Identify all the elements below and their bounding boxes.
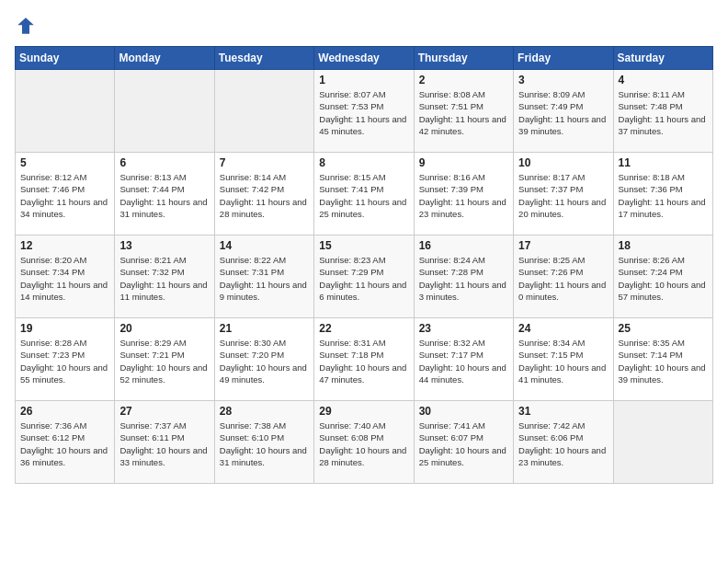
day-number: 16 [419, 239, 508, 252]
day-number: 12 [20, 239, 109, 252]
weekday-header: Tuesday [214, 47, 313, 70]
day-info: Sunrise: 7:38 AMSunset: 6:10 PMDaylight:… [220, 419, 309, 468]
day-info: Sunrise: 8:31 AMSunset: 7:18 PMDaylight:… [319, 337, 408, 385]
day-info: Sunrise: 8:25 AMSunset: 7:26 PMDaylight:… [518, 254, 608, 303]
calendar-cell: 18Sunrise: 8:26 AMSunset: 7:24 PMDayligh… [613, 236, 712, 318]
calendar-cell: 19Sunrise: 8:28 AMSunset: 7:23 PMDayligh… [16, 318, 115, 401]
calendar-cell [214, 70, 313, 153]
day-info: Sunrise: 8:23 AMSunset: 7:29 PMDaylight:… [319, 254, 408, 303]
day-number: 13 [119, 239, 209, 252]
svg-marker-0 [17, 17, 34, 34]
calendar-cell: 20Sunrise: 8:29 AMSunset: 7:21 PMDayligh… [115, 318, 214, 401]
day-info: Sunrise: 7:37 AMSunset: 6:11 PMDaylight:… [119, 419, 209, 468]
page-header [15, 15, 713, 37]
calendar-cell: 8Sunrise: 8:15 AMSunset: 7:41 PMDaylight… [314, 153, 414, 236]
calendar-cell: 16Sunrise: 8:24 AMSunset: 7:28 PMDayligh… [414, 236, 513, 318]
calendar-cell [16, 70, 115, 153]
day-info: Sunrise: 7:42 AMSunset: 6:06 PMDaylight:… [518, 419, 608, 468]
day-number: 2 [419, 74, 508, 86]
calendar-week-row: 19Sunrise: 8:28 AMSunset: 7:23 PMDayligh… [16, 318, 713, 401]
day-number: 15 [319, 239, 408, 252]
calendar-cell: 24Sunrise: 8:34 AMSunset: 7:15 PMDayligh… [514, 318, 613, 401]
day-number: 24 [518, 322, 608, 335]
day-info: Sunrise: 8:17 AMSunset: 7:37 PMDaylight:… [518, 171, 608, 220]
calendar-cell: 15Sunrise: 8:23 AMSunset: 7:29 PMDayligh… [314, 236, 414, 318]
weekday-header-row: SundayMondayTuesdayWednesdayThursdayFrid… [16, 47, 713, 70]
day-info: Sunrise: 8:29 AMSunset: 7:21 PMDaylight:… [119, 337, 209, 385]
weekday-header: Saturday [613, 47, 712, 70]
calendar-cell: 6Sunrise: 8:13 AMSunset: 7:44 PMDaylight… [115, 153, 214, 236]
day-number: 19 [20, 322, 109, 335]
weekday-header: Sunday [16, 47, 115, 70]
day-number: 18 [619, 239, 708, 252]
day-info: Sunrise: 8:21 AMSunset: 7:32 PMDaylight:… [119, 254, 209, 303]
day-info: Sunrise: 8:08 AMSunset: 7:51 PMDaylight:… [419, 88, 508, 137]
day-info: Sunrise: 8:24 AMSunset: 7:28 PMDaylight:… [419, 254, 508, 303]
calendar-cell [613, 401, 712, 484]
weekday-header: Friday [514, 47, 613, 70]
day-info: Sunrise: 7:36 AMSunset: 6:12 PMDaylight:… [20, 419, 109, 468]
day-info: Sunrise: 8:14 AMSunset: 7:42 PMDaylight:… [220, 171, 309, 220]
logo [15, 15, 40, 37]
day-info: Sunrise: 8:11 AMSunset: 7:48 PMDaylight:… [619, 88, 708, 137]
day-info: Sunrise: 8:07 AMSunset: 7:53 PMDaylight:… [319, 88, 408, 137]
calendar-week-row: 1Sunrise: 8:07 AMSunset: 7:53 PMDaylight… [16, 70, 713, 153]
day-number: 26 [20, 405, 109, 418]
day-info: Sunrise: 8:18 AMSunset: 7:36 PMDaylight:… [619, 171, 708, 220]
calendar-week-row: 12Sunrise: 8:20 AMSunset: 7:34 PMDayligh… [16, 236, 713, 318]
day-info: Sunrise: 8:20 AMSunset: 7:34 PMDaylight:… [20, 254, 109, 303]
day-number: 17 [518, 239, 608, 252]
day-info: Sunrise: 8:09 AMSunset: 7:49 PMDaylight:… [518, 88, 608, 137]
day-number: 28 [220, 405, 309, 418]
calendar-table: SundayMondayTuesdayWednesdayThursdayFrid… [15, 46, 713, 484]
day-info: Sunrise: 8:22 AMSunset: 7:31 PMDaylight:… [220, 254, 309, 303]
weekday-header: Wednesday [314, 47, 414, 70]
calendar-cell: 22Sunrise: 8:31 AMSunset: 7:18 PMDayligh… [314, 318, 414, 401]
day-number: 11 [619, 156, 708, 169]
calendar-cell: 1Sunrise: 8:07 AMSunset: 7:53 PMDaylight… [314, 70, 414, 153]
day-info: Sunrise: 8:28 AMSunset: 7:23 PMDaylight:… [20, 337, 109, 385]
day-number: 7 [220, 156, 309, 169]
day-info: Sunrise: 8:15 AMSunset: 7:41 PMDaylight:… [319, 171, 408, 220]
calendar-cell: 11Sunrise: 8:18 AMSunset: 7:36 PMDayligh… [613, 153, 712, 236]
calendar-cell: 27Sunrise: 7:37 AMSunset: 6:11 PMDayligh… [115, 401, 214, 484]
calendar-cell: 2Sunrise: 8:08 AMSunset: 7:51 PMDaylight… [414, 70, 513, 153]
day-number: 22 [319, 322, 408, 335]
calendar-cell: 13Sunrise: 8:21 AMSunset: 7:32 PMDayligh… [115, 236, 214, 318]
calendar-cell: 12Sunrise: 8:20 AMSunset: 7:34 PMDayligh… [16, 236, 115, 318]
day-number: 6 [119, 156, 209, 169]
day-number: 21 [220, 322, 309, 335]
calendar-cell: 3Sunrise: 8:09 AMSunset: 7:49 PMDaylight… [514, 70, 613, 153]
day-info: Sunrise: 8:26 AMSunset: 7:24 PMDaylight:… [619, 254, 708, 303]
calendar-cell: 23Sunrise: 8:32 AMSunset: 7:17 PMDayligh… [414, 318, 513, 401]
calendar-cell: 5Sunrise: 8:12 AMSunset: 7:46 PMDaylight… [16, 153, 115, 236]
day-info: Sunrise: 8:13 AMSunset: 7:44 PMDaylight:… [119, 171, 209, 220]
calendar-cell: 9Sunrise: 8:16 AMSunset: 7:39 PMDaylight… [414, 153, 513, 236]
calendar-cell: 7Sunrise: 8:14 AMSunset: 7:42 PMDaylight… [214, 153, 313, 236]
calendar-cell: 4Sunrise: 8:11 AMSunset: 7:48 PMDaylight… [613, 70, 712, 153]
day-number: 23 [419, 322, 508, 335]
day-info: Sunrise: 8:30 AMSunset: 7:20 PMDaylight:… [220, 337, 309, 385]
day-number: 3 [518, 74, 608, 86]
day-number: 25 [619, 322, 708, 335]
weekday-header: Thursday [414, 47, 513, 70]
calendar-cell: 28Sunrise: 7:38 AMSunset: 6:10 PMDayligh… [214, 401, 313, 484]
day-number: 9 [419, 156, 508, 169]
calendar-cell: 10Sunrise: 8:17 AMSunset: 7:37 PMDayligh… [514, 153, 613, 236]
calendar-cell [115, 70, 214, 153]
day-info: Sunrise: 7:40 AMSunset: 6:08 PMDaylight:… [319, 419, 408, 468]
weekday-header: Monday [115, 47, 214, 70]
day-info: Sunrise: 8:32 AMSunset: 7:17 PMDaylight:… [419, 337, 508, 385]
day-number: 5 [20, 156, 109, 169]
day-info: Sunrise: 8:35 AMSunset: 7:14 PMDaylight:… [619, 337, 708, 385]
calendar-cell: 17Sunrise: 8:25 AMSunset: 7:26 PMDayligh… [514, 236, 613, 318]
logo-icon [15, 15, 37, 37]
day-info: Sunrise: 8:34 AMSunset: 7:15 PMDaylight:… [518, 337, 608, 385]
day-number: 20 [119, 322, 209, 335]
calendar-week-row: 5Sunrise: 8:12 AMSunset: 7:46 PMDaylight… [16, 153, 713, 236]
day-number: 4 [619, 74, 708, 86]
calendar-cell: 25Sunrise: 8:35 AMSunset: 7:14 PMDayligh… [613, 318, 712, 401]
day-number: 29 [319, 405, 408, 418]
day-number: 27 [119, 405, 209, 418]
calendar-cell: 29Sunrise: 7:40 AMSunset: 6:08 PMDayligh… [314, 401, 414, 484]
